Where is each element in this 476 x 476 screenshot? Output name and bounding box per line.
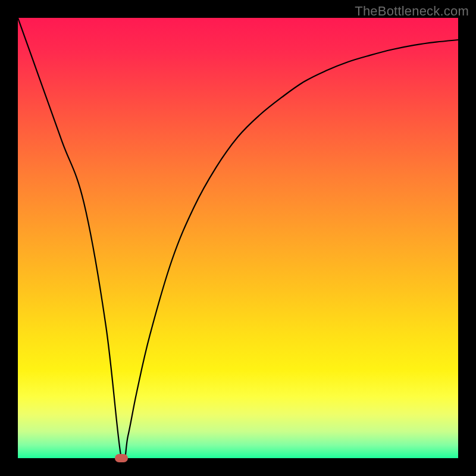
heat-gradient-background xyxy=(18,18,458,458)
optimal-point-marker xyxy=(115,454,128,462)
plot-area xyxy=(18,18,458,458)
chart-frame xyxy=(18,18,458,458)
watermark-text: TheBottleneck.com xyxy=(355,4,469,19)
